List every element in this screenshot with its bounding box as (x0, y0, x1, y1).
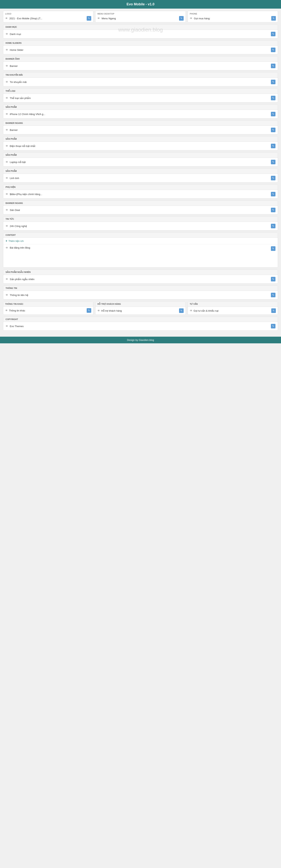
tin-tuc-edit-button[interactable]: ✎ (271, 224, 276, 228)
banner-ngang-1-edit-button[interactable]: ✎ (271, 128, 276, 132)
tin-khuyen-mai-edit-button[interactable]: ✎ (271, 80, 276, 84)
thong-tin-edit-button[interactable]: ✎ (271, 293, 276, 297)
menu-desktop-edit-button[interactable]: ✎ (179, 16, 184, 21)
section-danh-muc: DANH MỤC 👁 Danh mục ✎ (3, 24, 278, 38)
danh-muc-eye-icon: 👁 (5, 32, 8, 35)
phu-kien-edit-button[interactable]: ✎ (271, 192, 276, 196)
phone-text: Gọi mua hàng: (194, 17, 270, 20)
phone-label: PHONE (190, 12, 276, 15)
ho-tro-card: HỖ TRỢ KHÁCH HÀNG 👁 Hỗ trợ khách hàng ✎ (95, 301, 185, 315)
page-title: Evo Mobile - v1.0 (127, 2, 154, 6)
section-banner-ngang-2-header: BANNER NGANG (3, 200, 278, 206)
content-section-header: CONTENT (3, 232, 278, 238)
banner-ngang-1-eye-icon: 👁 (5, 128, 8, 131)
ho-tro-edit-button[interactable]: ✎ (179, 308, 184, 313)
logo-edit-button[interactable]: ✎ (87, 16, 91, 21)
section-phu-kien-header: PHỤ KIỆN (3, 185, 278, 190)
banner-ngang-2-edit-button[interactable]: ✎ (271, 208, 276, 212)
bai-dang-edit-button[interactable]: ✎ (271, 246, 276, 251)
tu-van-text: Gọi tư vấn & khiếu nại (194, 309, 270, 312)
section-san-pham-1: SẢN PHẨM 👁 iPhone 12 Chính Hãng VN/A g..… (3, 104, 278, 119)
thong-tin-khac-text: Thông tin khác (9, 309, 85, 312)
san-pham-2-eye-icon: 👁 (5, 145, 8, 148)
san-pham-ngau-nhien-eye-icon: 👁 (5, 278, 8, 281)
phone-card: PHONE 👁 Gọi mua hàng: ✎ (188, 11, 278, 22)
add-tien-ich-row[interactable]: + Thêm tiện ích (3, 238, 278, 244)
footer-bar: Design by Giaodien.blog (0, 337, 281, 343)
the-loai-eye-icon: 👁 (5, 96, 8, 99)
thong-tin-khac-eye-icon: 👁 (5, 309, 8, 312)
tin-khuyen-mai-text: Tin khuyến mãi (10, 81, 269, 84)
banner-anh-edit-button[interactable]: ✎ (271, 64, 276, 68)
san-pham-3-eye-icon: 👁 (5, 160, 8, 163)
section-tin-khuyen-mai: TIN KHUYẾN MÃI 👁 Tin khuyến mãi ✎ (3, 72, 278, 86)
them-tien-ich-label[interactable]: Thêm tiện ích (8, 240, 24, 243)
danh-muc-text: Danh mục (10, 33, 269, 35)
section-phu-kien: PHỤ KIỆN 👁 $title={Phụ kiện chính hãng..… (3, 184, 278, 198)
section-thong-tin-header: THÔNG TIN (3, 286, 278, 291)
section-danh-muc-header: DANH MỤC (3, 25, 278, 30)
logo-label: LOGO (5, 12, 91, 15)
section-tin-tuc-header: TIN TỨC (3, 216, 278, 222)
page-header: Evo Mobile - v1.0 (0, 0, 281, 9)
section-home-sliders: HOME SLIDERS 👁 Home Slider ✎ (3, 40, 278, 54)
phone-eye-icon: 👁 (190, 17, 192, 20)
san-pham-1-edit-button[interactable]: ✎ (271, 112, 276, 116)
section-home-sliders-header: HOME SLIDERS (3, 40, 278, 46)
thong-tin-khac-edit-button[interactable]: ✎ (87, 308, 91, 313)
home-sliders-edit-button[interactable]: ✎ (271, 48, 276, 52)
thong-tin-khac-header: THÔNG TIN KHÁC (3, 302, 93, 307)
section-copyright: COPYRIGHT 👁 Evo Themes ✎ (3, 317, 278, 331)
the-loai-edit-button[interactable]: ✎ (271, 96, 276, 100)
phone-edit-button[interactable]: ✎ (271, 16, 276, 21)
section-tin-khuyen-mai-header: TIN KHUYẾN MÃI (3, 72, 278, 78)
home-sliders-text: Home Slider (10, 49, 269, 52)
section-banner-anh: BANNER ẢNH 👁 Banner ✎ (3, 56, 278, 70)
footer-text: Design by Giaodien.blog (127, 339, 154, 341)
section-banner-ngang-1-header: BANNER NGANG (3, 121, 278, 126)
section-san-pham-3: SẢN PHẨM 👁 Laptop nổi bật ✎ (3, 152, 278, 166)
banner-ngang-2-eye-icon: 👁 (5, 209, 8, 212)
san-pham-4-edit-button[interactable]: ✎ (271, 176, 276, 180)
danh-muc-edit-button[interactable]: ✎ (271, 32, 276, 36)
logo-text: 2021 - Evo Mobile (Shop) (T... (9, 17, 85, 20)
section-san-pham-2: SẢN PHẨM 👁 Điện thoại nổi bật nhất ✎ (3, 136, 278, 150)
tu-van-eye-icon: 👁 (190, 309, 192, 312)
home-sliders-eye-icon: 👁 (5, 48, 8, 52)
san-pham-3-edit-button[interactable]: ✎ (271, 160, 276, 164)
section-san-pham-ngau-nhien: SẢN PHẨM NGẪU NHIÊN 👁 Sản phẩm ngẫu nhiê… (3, 270, 278, 283)
san-pham-ngau-nhien-text: Sản phẩm ngẫu nhiên (10, 278, 269, 281)
tu-van-edit-button[interactable]: ✎ (271, 308, 276, 313)
section-banner-anh-header: BANNER ẢNH (3, 56, 278, 62)
san-pham-ngau-nhien-edit-button[interactable]: ✎ (271, 277, 276, 281)
copyright-edit-button[interactable]: ✎ (271, 324, 276, 329)
san-pham-2-edit-button[interactable]: ✎ (271, 144, 276, 148)
bottom-row: THÔNG TIN KHÁC 👁 Thông tin khác ✎ HỖ TRỢ… (3, 301, 278, 315)
section-san-pham-1-header: SẢN PHẨM (3, 104, 278, 110)
section-san-pham-3-header: SẢN PHẨM (3, 152, 278, 158)
section-san-pham-4: SẢN PHẨM 👁 Linh tinh ✎ (3, 168, 278, 183)
tin-khuyen-mai-eye-icon: 👁 (5, 81, 8, 84)
section-the-loai-header: THỂ LOẠI (3, 89, 278, 94)
banner-anh-text: Banner (10, 65, 269, 67)
san-pham-1-text: iPhone 12 Chính Hãng VN/A g... (10, 113, 269, 116)
bai-dang-text: Bài đăng trên Blog (10, 246, 269, 249)
bai-dang-eye-icon: 👁 (5, 246, 8, 249)
plus-icon: + (5, 239, 7, 243)
san-pham-3-text: Laptop nổi bật (10, 161, 269, 163)
ho-tro-eye-icon: 👁 (97, 309, 100, 312)
section-san-pham-2-header: SẢN PHẨM (3, 136, 278, 142)
tin-tuc-text: 24h Công nghệ (10, 225, 269, 227)
thong-tin-eye-icon: 👁 (5, 293, 8, 297)
ho-tro-text: Hỗ trợ khách hàng (101, 309, 178, 312)
the-loai-text: Thể loại sản phẩm (10, 97, 269, 99)
thong-tin-text: Thông tin liên hệ (10, 294, 269, 297)
menu-desktop-card: MENU DESKTOP 👁 Menu Ngang ✎ (95, 11, 185, 22)
san-pham-4-text: Linh tinh (10, 177, 269, 180)
menu-desktop-eye-icon: 👁 (97, 17, 100, 20)
section-san-pham-ngau-nhien-header: SẢN PHẨM NGẪU NHIÊN (3, 270, 278, 275)
thong-tin-khac-card: THÔNG TIN KHÁC 👁 Thông tin khác ✎ (3, 301, 93, 315)
menu-desktop-text: Menu Ngang (102, 17, 177, 20)
top-row: LOGO 👁 2021 - Evo Mobile (Shop) (T... ✎ … (3, 11, 278, 22)
ho-tro-header: HỖ TRỢ KHÁCH HÀNG (96, 302, 185, 307)
